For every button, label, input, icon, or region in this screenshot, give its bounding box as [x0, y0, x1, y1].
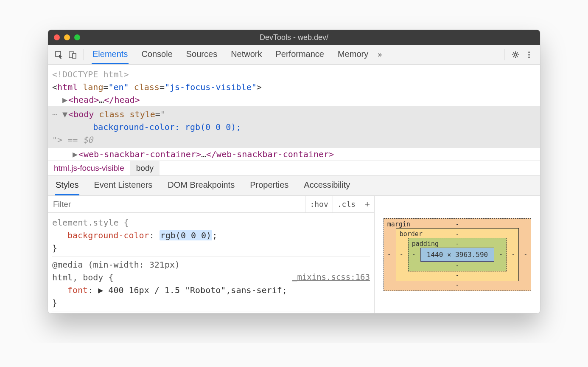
subtab-dom-breakpoints[interactable]: DOM Breakpoints: [167, 176, 235, 195]
dom-inline-style: background-color: rgb(0 0 0);: [52, 121, 536, 133]
tabs-overflow-button[interactable]: »: [378, 50, 382, 59]
tab-memory[interactable]: Memory: [337, 45, 369, 64]
color-value-highlighted[interactable]: rgb(0 0 0): [160, 230, 212, 240]
source-link[interactable]: _mixins.scss:163: [292, 271, 370, 283]
style-rule-media[interactable]: @media (min-width: 321px) html, body {_m…: [52, 257, 370, 311]
crumb-html[interactable]: html.js-focus-visible: [48, 161, 130, 175]
window-title: DevTools - web.dev/: [48, 33, 540, 42]
devtools-window: DevTools - web.dev/ Elements Console Sou…: [48, 30, 540, 313]
tab-elements[interactable]: Elements: [92, 45, 129, 64]
settings-icon[interactable]: [509, 48, 522, 62]
device-toggle-icon[interactable]: [66, 48, 79, 62]
breadcrumb: html.js-focus-visible body: [48, 161, 540, 175]
crumb-body[interactable]: body: [130, 161, 160, 175]
styles-subtabs: Styles Event Listeners DOM Breakpoints P…: [48, 175, 540, 196]
expand-arrow-icon[interactable]: ▶: [62, 93, 68, 106]
hov-toggle-button[interactable]: :hov: [305, 196, 332, 212]
tab-sources[interactable]: Sources: [185, 45, 218, 64]
toolbar-separator: [504, 49, 504, 60]
titlebar: DevTools - web.dev/: [48, 30, 540, 45]
new-style-rule-button[interactable]: +: [360, 196, 374, 212]
content-dimensions: 1440 × 3963.590: [420, 248, 495, 262]
expand-shorthand-icon[interactable]: ▶: [98, 285, 103, 295]
more-menu-icon[interactable]: [522, 48, 536, 62]
dom-head-element[interactable]: ▶<head>…</head>: [48, 93, 540, 106]
box-model-panel: margin - - - - border - - - - padding -: [375, 196, 540, 313]
dom-snackbar-element[interactable]: ▶<web-snackbar-container>…</web-snackbar…: [48, 148, 540, 161]
collapse-arrow-icon[interactable]: ▼: [62, 108, 68, 121]
styles-rules: :hov .cls + element.style { background-c…: [48, 196, 375, 313]
padding-label: padding: [412, 240, 439, 248]
tab-network[interactable]: Network: [230, 45, 263, 64]
svg-point-4: [528, 51, 530, 53]
subtab-styles[interactable]: Styles: [55, 176, 79, 195]
tab-console[interactable]: Console: [140, 45, 173, 64]
dom-tree[interactable]: <!DOCTYPE html> <html lang="en" class="j…: [48, 65, 540, 161]
styles-filter-input[interactable]: [48, 200, 305, 209]
styles-filterbar: :hov .cls +: [48, 196, 374, 213]
styles-panel: :hov .cls + element.style { background-c…: [48, 196, 540, 313]
tab-performance[interactable]: Performance: [275, 45, 325, 64]
main-toolbar: Elements Console Sources Network Perform…: [48, 45, 540, 65]
expand-arrow-icon[interactable]: ▶: [73, 148, 78, 161]
style-rule-element[interactable]: element.style { background-color: rgb(0 …: [52, 215, 370, 257]
dom-body-element-selected[interactable]: ⋯ ▼<body class style=" background-color:…: [48, 106, 540, 148]
box-model-diagram[interactable]: margin - - - - border - - - - padding -: [384, 218, 532, 291]
inspect-element-icon[interactable]: [52, 48, 66, 62]
dom-html-element[interactable]: <html lang="en" class="js-focus-visible"…: [48, 81, 540, 93]
margin-label: margin: [387, 220, 410, 228]
svg-point-6: [528, 56, 530, 58]
dom-doctype[interactable]: <!DOCTYPE html>: [48, 68, 540, 81]
panel-tabs: Elements Console Sources Network Perform…: [92, 45, 369, 64]
subtab-properties[interactable]: Properties: [249, 176, 289, 195]
console-reference: $0: [83, 135, 93, 145]
svg-point-5: [528, 54, 530, 56]
subtab-accessibility[interactable]: Accessibility: [303, 176, 351, 195]
svg-point-3: [514, 54, 517, 56]
subtab-event-listeners[interactable]: Event Listeners: [93, 176, 153, 195]
cls-toggle-button[interactable]: .cls: [333, 196, 360, 212]
border-label: border: [400, 230, 423, 238]
toolbar-separator: [84, 49, 84, 60]
svg-rect-2: [73, 54, 76, 58]
